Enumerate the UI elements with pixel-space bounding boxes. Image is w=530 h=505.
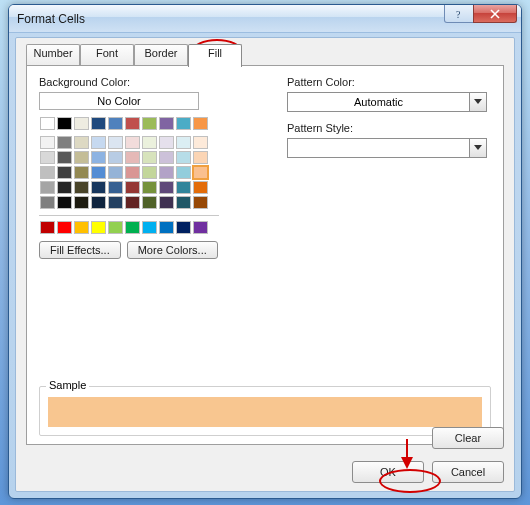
color-swatch[interactable] [193, 221, 208, 234]
color-swatch[interactable] [40, 151, 55, 164]
tab-number[interactable]: Number [26, 44, 80, 66]
color-swatch[interactable] [74, 136, 89, 149]
svg-marker-3 [474, 99, 482, 104]
color-swatch[interactable] [74, 117, 89, 130]
help-button[interactable]: ? [444, 5, 474, 23]
color-swatch[interactable] [193, 166, 208, 179]
tab-border[interactable]: Border [134, 44, 188, 66]
color-swatch[interactable] [125, 196, 140, 209]
color-swatch[interactable] [40, 181, 55, 194]
color-swatch[interactable] [176, 166, 191, 179]
color-swatch[interactable] [74, 181, 89, 194]
color-swatch[interactable] [125, 181, 140, 194]
pattern-color-dropdown[interactable] [469, 92, 487, 112]
color-swatch[interactable] [159, 117, 174, 130]
pattern-style-dropdown[interactable] [469, 138, 487, 158]
color-swatch[interactable] [40, 221, 55, 234]
color-swatch[interactable] [176, 117, 191, 130]
color-swatch[interactable] [57, 166, 72, 179]
color-swatch[interactable] [159, 136, 174, 149]
color-swatch[interactable] [40, 117, 55, 130]
fill-effects-button[interactable]: Fill Effects... [39, 241, 121, 259]
color-swatch[interactable] [125, 151, 140, 164]
color-swatch[interactable] [159, 181, 174, 194]
color-swatch[interactable] [193, 117, 208, 130]
help-icon: ? [454, 9, 464, 19]
color-swatch[interactable] [57, 151, 72, 164]
color-swatch[interactable] [159, 166, 174, 179]
no-color-button[interactable]: No Color [39, 92, 199, 110]
color-swatch[interactable] [176, 136, 191, 149]
color-swatch[interactable] [74, 221, 89, 234]
color-swatch[interactable] [91, 117, 106, 130]
window-title: Format Cells [17, 12, 85, 26]
color-swatch[interactable] [125, 221, 140, 234]
ok-button[interactable]: OK [352, 461, 424, 483]
color-swatch[interactable] [176, 221, 191, 234]
color-swatch[interactable] [193, 151, 208, 164]
titlebar: Format Cells ? [9, 5, 521, 33]
color-swatch[interactable] [108, 181, 123, 194]
tab-panel-fill: Background Color: No Color Fill Effects.… [26, 65, 504, 445]
color-swatch[interactable] [40, 166, 55, 179]
color-swatch[interactable] [57, 181, 72, 194]
color-swatch[interactable] [193, 181, 208, 194]
pattern-color-combo[interactable]: Automatic [287, 92, 487, 112]
color-swatch[interactable] [108, 136, 123, 149]
close-icon [490, 9, 500, 19]
color-swatch[interactable] [193, 196, 208, 209]
color-swatch[interactable] [40, 136, 55, 149]
color-swatch[interactable] [74, 196, 89, 209]
color-swatch[interactable] [91, 136, 106, 149]
color-swatch[interactable] [74, 166, 89, 179]
color-swatch[interactable] [125, 117, 140, 130]
clear-button[interactable]: Clear [432, 427, 504, 449]
color-swatch[interactable] [108, 221, 123, 234]
color-swatch[interactable] [193, 136, 208, 149]
color-swatch[interactable] [142, 181, 157, 194]
color-swatch[interactable] [91, 166, 106, 179]
color-swatch[interactable] [142, 136, 157, 149]
color-swatch[interactable] [74, 151, 89, 164]
color-swatch[interactable] [57, 117, 72, 130]
tab-strip: Number Font Border Fill [26, 44, 504, 66]
color-swatch[interactable] [125, 166, 140, 179]
color-swatch[interactable] [91, 181, 106, 194]
sample-group: Sample [39, 386, 491, 436]
color-swatch[interactable] [142, 117, 157, 130]
color-swatch[interactable] [91, 221, 106, 234]
tab-fill[interactable]: Fill [188, 44, 242, 67]
pattern-style-label: Pattern Style: [287, 122, 487, 134]
color-swatch[interactable] [91, 151, 106, 164]
tab-font[interactable]: Font [80, 44, 134, 66]
sample-legend: Sample [46, 379, 89, 391]
sample-preview [48, 397, 482, 427]
color-swatch[interactable] [176, 181, 191, 194]
pattern-color-label: Pattern Color: [287, 76, 487, 88]
svg-marker-4 [474, 145, 482, 150]
color-swatch[interactable] [57, 136, 72, 149]
color-swatch[interactable] [57, 196, 72, 209]
color-swatch[interactable] [108, 117, 123, 130]
color-swatch[interactable] [176, 151, 191, 164]
color-swatch[interactable] [108, 166, 123, 179]
color-swatch[interactable] [40, 196, 55, 209]
color-swatch[interactable] [108, 196, 123, 209]
close-button[interactable] [473, 5, 517, 23]
pattern-style-combo[interactable] [287, 138, 487, 158]
color-swatch[interactable] [176, 196, 191, 209]
color-swatch[interactable] [159, 221, 174, 234]
cancel-button[interactable]: Cancel [432, 461, 504, 483]
color-swatch[interactable] [142, 151, 157, 164]
color-swatch[interactable] [142, 166, 157, 179]
color-swatch[interactable] [125, 136, 140, 149]
color-swatch[interactable] [159, 196, 174, 209]
format-cells-dialog: Format Cells ? Number Font Border Fill [8, 4, 522, 499]
color-swatch[interactable] [159, 151, 174, 164]
color-swatch[interactable] [142, 221, 157, 234]
more-colors-button[interactable]: More Colors... [127, 241, 218, 259]
color-swatch[interactable] [91, 196, 106, 209]
color-swatch[interactable] [108, 151, 123, 164]
color-swatch[interactable] [142, 196, 157, 209]
color-swatch[interactable] [57, 221, 72, 234]
